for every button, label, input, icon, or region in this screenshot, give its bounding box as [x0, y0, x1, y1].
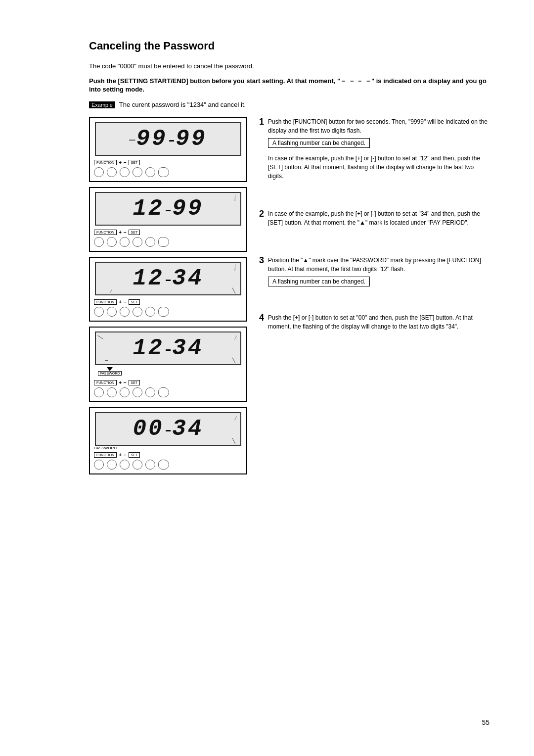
circle-1e [145, 167, 155, 177]
plus-btn-4[interactable]: + [119, 380, 122, 385]
minus-btn-3[interactable]: – [124, 299, 127, 305]
page-content: Canceling the Password The code "0000" m… [0, 0, 534, 514]
circle-arrow-4 [158, 387, 169, 397]
display-unit-2: 12 - 99 ╲ FUNCTION + – SET [89, 187, 247, 252]
lcd-digits-4a: 12 [133, 335, 164, 361]
step-content-4: Push the [+] or [-] button to set at "00… [268, 313, 490, 331]
marker-triangle-4 [107, 367, 113, 371]
set-btn-3[interactable]: SET [129, 299, 140, 305]
button-row-2: FUNCTION + – SET [90, 228, 246, 237]
tick-tl-4: ╲ [98, 334, 103, 340]
plus-btn-5[interactable]: + [119, 452, 122, 458]
function-btn-5[interactable]: FUNCTION [94, 452, 117, 458]
bold-instruction: Push the [SETTING START/END] button befo… [89, 77, 490, 93]
tick-br-5: ╲ [232, 438, 235, 444]
step-extra-1: In case of the example, push the [+] or … [268, 154, 490, 181]
example-line: Example The curent password is "1234" an… [89, 101, 490, 108]
step-number-3: 3 [259, 256, 264, 266]
intro-text: The code "0000" must be entered to cance… [89, 62, 490, 70]
password-marker-row: PASSWORD [94, 367, 242, 378]
plus-btn-1[interactable]: + [119, 160, 122, 165]
set-btn-4[interactable]: SET [129, 380, 140, 385]
lcd-digits-2a: 12 [133, 196, 164, 222]
password-marker-4: PASSWORD [98, 367, 122, 376]
step-text-1: Push the [FUNCTION] button for two secon… [268, 117, 490, 135]
circle-3c [120, 307, 130, 317]
set-btn-5[interactable]: SET [129, 452, 140, 458]
step-item-2: 2 In case of the example, push the [+] o… [259, 209, 490, 227]
circle-3b [107, 307, 117, 317]
tick-tr-2: ╲ [232, 194, 238, 201]
lcd-digits-1b: 99 [176, 126, 207, 152]
circle-5e [145, 460, 155, 470]
minus-btn-5[interactable]: – [124, 452, 127, 458]
plus-btn-3[interactable]: + [119, 299, 122, 305]
function-btn-2[interactable]: FUNCTION [94, 230, 117, 235]
circle-4d [133, 387, 142, 397]
lcd-dash-5: - [165, 418, 172, 440]
page-number: 55 [482, 718, 490, 726]
tick-br-4: ╲ [232, 358, 235, 363]
step-number-4: 4 [259, 313, 264, 323]
circle-1c [120, 167, 130, 177]
button-row-5: FUNCTION + – SET [90, 450, 246, 460]
function-btn-1[interactable]: FUNCTION [94, 160, 117, 165]
display-unit-3: 12 - 34 ╲ | ╲ FUNCTION + – SET [89, 257, 247, 322]
step-item-3: 3 Position the "▲" mark over the "PASSWO… [259, 256, 490, 289]
minus-btn-1[interactable]: – [124, 160, 127, 165]
function-btn-4[interactable]: FUNCTION [94, 380, 117, 385]
circle-1b [107, 167, 117, 177]
minus-btn-4[interactable]: – [124, 380, 127, 385]
button-row-4: FUNCTION + – SET [90, 378, 246, 387]
password-label-4: PASSWORD [98, 371, 122, 376]
circles-row-2 [90, 237, 246, 251]
right-column: 1 Push the [FUNCTION] button for two sec… [259, 117, 490, 331]
plus-btn-2[interactable]: + [119, 230, 122, 235]
circles-row-4 [90, 387, 246, 401]
display-unit-1: – 99 - 99 FUNCTION + – SET [89, 117, 247, 182]
page-title: Canceling the Password [89, 40, 490, 52]
example-text: The curent password is "1234" and cancel… [119, 101, 246, 108]
circle-5a [94, 460, 104, 470]
password-label-below-5: PASSWORD [94, 446, 246, 450]
circle-arrow-1 [158, 167, 169, 177]
flash-box-1: A flashing number can be changed. [268, 138, 370, 148]
circle-3a [94, 307, 104, 317]
lcd-digits-2b: 99 [172, 196, 203, 222]
step-text-4: Push the [+] or [-] button to set at "00… [268, 313, 490, 331]
tick-bl-3: | [109, 288, 113, 293]
circle-1a [94, 167, 104, 177]
circle-5d [133, 460, 142, 470]
lcd-digits-5a: 00 [133, 416, 164, 442]
step-item-1: 1 Push the [FUNCTION] button for two sec… [259, 117, 490, 181]
circle-3e [145, 307, 155, 317]
minus-prefix-1: – [129, 133, 135, 146]
minus-btn-2[interactable]: – [124, 230, 127, 235]
lcd-screen-1: – 99 - 99 [95, 122, 241, 156]
button-row-1: FUNCTION + – SET [90, 158, 246, 167]
lcd-screen-4: 12 - 34 ╲ | ╲ – [95, 331, 241, 365]
circle-4b [107, 387, 117, 397]
example-tag: Example [89, 101, 115, 108]
circle-3d [133, 307, 142, 317]
minus-4: – [105, 356, 108, 364]
function-btn-3[interactable]: FUNCTION [94, 299, 117, 305]
lcd-digits-1: 99 [136, 126, 167, 152]
circles-row-3 [90, 307, 246, 321]
circle-arrow-2 [158, 237, 169, 247]
circle-1d [133, 167, 142, 177]
set-btn-1[interactable]: SET [129, 160, 140, 165]
step-number-2: 2 [259, 209, 264, 219]
set-btn-2[interactable]: SET [129, 230, 140, 235]
step-text-2: In case of the example, push the [+] or … [268, 209, 490, 227]
lcd-screen-5: 00 - 34 | ╲ [95, 412, 241, 446]
content-columns: – 99 - 99 FUNCTION + – SET [89, 117, 490, 474]
step-number-1: 1 [259, 117, 264, 127]
circle-2c [120, 237, 130, 247]
circle-4c [120, 387, 130, 397]
circle-arrow-3 [158, 307, 169, 317]
step-text-3: Position the "▲" mark over the "PASSWORD… [268, 256, 490, 274]
tick-tr-4: | [234, 334, 237, 340]
lcd-dash-3: - [165, 268, 172, 289]
circle-5b [107, 460, 117, 470]
